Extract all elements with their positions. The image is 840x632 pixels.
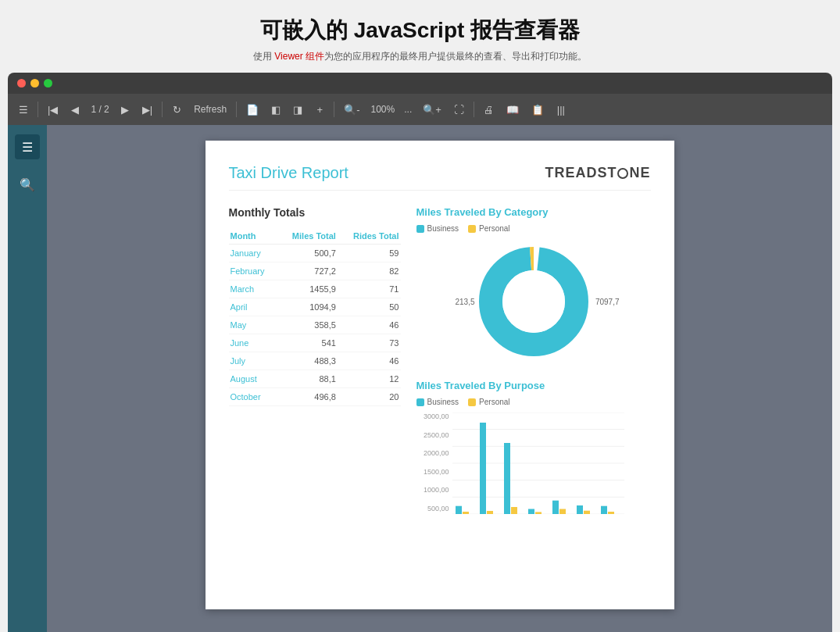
- sidebar-menu-icon[interactable]: ☰: [15, 134, 40, 159]
- table-cell-miles: 358,5: [277, 316, 337, 334]
- donut-chart-svg: [471, 239, 596, 364]
- y-label-2500: 2500,00: [416, 431, 449, 439]
- table-row: October496,820: [229, 388, 401, 406]
- bar-1-business: [456, 506, 462, 514]
- donut-label-small: 213,5: [456, 298, 475, 306]
- donut-legend-personal: Personal: [468, 224, 509, 233]
- export-button[interactable]: 📄: [241, 98, 263, 120]
- bar-7-personal: [608, 512, 614, 514]
- bar-legend-personal-label: Personal: [479, 398, 509, 406]
- bar-7-business: [601, 506, 607, 514]
- table-header-row: Month Miles Total Rides Total: [229, 228, 401, 245]
- zoom-level: 100%: [368, 104, 399, 115]
- bar-chart-section: Miles Traveled By Purpose Business Perso…: [416, 380, 651, 514]
- columns-button[interactable]: |||: [552, 98, 570, 120]
- y-label-500: 500,00: [416, 505, 449, 512]
- table-cell-miles: 488,3: [277, 352, 337, 370]
- table-row: February727,282: [229, 262, 401, 280]
- bar-chart-title: Miles Traveled By Purpose: [416, 380, 651, 391]
- sidebar-search-icon[interactable]: 🔍: [15, 172, 40, 197]
- table-cell-rides: 20: [338, 388, 401, 406]
- table-cell-rides: 71: [338, 280, 401, 298]
- table-cell-month[interactable]: June: [229, 334, 277, 352]
- last-page-button[interactable]: ▶|: [138, 98, 157, 120]
- donut-chart-title: Miles Traveled By Category: [416, 206, 651, 218]
- zoom-in-button[interactable]: 🔍+: [418, 98, 446, 120]
- table-row: August88,112: [229, 370, 401, 388]
- zoom-out-button[interactable]: 🔍-: [339, 98, 364, 120]
- page-info: 1 / 2: [88, 104, 112, 115]
- print-button[interactable]: 🖨: [479, 98, 499, 120]
- bar-legend-business: Business: [416, 398, 459, 406]
- table-cell-month[interactable]: August: [229, 370, 277, 388]
- table-cell-rides: 82: [338, 262, 401, 280]
- bar-5-personal: [559, 509, 566, 515]
- first-page-button[interactable]: |◀: [43, 98, 63, 120]
- toolbar-separator-4: [334, 102, 334, 117]
- table-cell-miles: 1455,9: [277, 280, 337, 298]
- toolbar-separator-1: [38, 102, 38, 117]
- bar-chart-container: 3000,00 2500,00 2000,00 1500,00 1000,00 …: [416, 412, 651, 514]
- next-page-button[interactable]: ▶: [116, 98, 134, 120]
- browser-chrome: ☰ |◀ ◀ 1 / 2 ▶ ▶| ↻ Refresh 📄 ◧ ◨ + 🔍- 1…: [8, 73, 832, 632]
- table-cell-month[interactable]: July: [229, 352, 277, 370]
- document-content: Taxi Drive Report TREADSTNE Monthly Tota…: [47, 125, 832, 632]
- traffic-light-green[interactable]: [44, 79, 52, 87]
- viewer-wrapper: ☰ 🔍 Taxi Drive Report TREADSTNE: [8, 125, 832, 632]
- y-label-1500: 1500,00: [416, 468, 449, 476]
- col-miles: Miles Total: [277, 228, 337, 245]
- add-button[interactable]: +: [310, 98, 329, 120]
- browser-titlebar: [8, 73, 832, 94]
- left-column: Monthly Totals Month Miles Total Rides T…: [229, 206, 401, 530]
- view-left-button[interactable]: ◧: [266, 98, 285, 120]
- bar-chart-legend: Business Personal: [416, 398, 651, 406]
- toolbar: ☰ |◀ ◀ 1 / 2 ▶ ▶| ↻ Refresh 📄 ◧ ◨ + 🔍- 1…: [8, 94, 832, 125]
- table-row: July488,346: [229, 352, 401, 370]
- traffic-light-red[interactable]: [17, 79, 26, 87]
- bar-4-personal: [535, 512, 542, 514]
- y-label-2000: 2000,00: [416, 449, 449, 457]
- table-cell-month[interactable]: February: [229, 262, 277, 280]
- table-cell-month[interactable]: March: [229, 280, 277, 298]
- donut-label-large: 7097,7: [595, 298, 620, 306]
- page-wrapper: 可嵌入的 JavaScript 报告查看器 使用 Viewer 组件为您的应用程…: [0, 0, 840, 632]
- y-label-3000: 3000,00: [416, 412, 449, 420]
- brand-o-icon: [617, 168, 628, 179]
- report-page: Taxi Drive Report TREADSTNE Monthly Tota…: [206, 141, 674, 609]
- table-cell-miles: 500,7: [277, 245, 337, 262]
- bar-3-personal: [511, 507, 517, 514]
- bar-2-business: [480, 423, 486, 514]
- menu-button[interactable]: ☰: [14, 98, 33, 120]
- donut-legend-personal-label: Personal: [479, 224, 509, 233]
- toolbar-separator-5: [474, 102, 474, 117]
- bar-5-business: [552, 501, 559, 514]
- donut-legend-business-label: Business: [427, 224, 459, 233]
- table-cell-month[interactable]: October: [229, 388, 277, 406]
- bar-legend-personal-dot: [468, 398, 476, 406]
- table-cell-miles: 541: [277, 334, 337, 352]
- toolbar-separator-2: [162, 102, 163, 117]
- table-cell-month[interactable]: January: [229, 245, 277, 262]
- table-cell-rides: 46: [338, 316, 401, 334]
- table-cell-month[interactable]: May: [229, 316, 277, 334]
- report-brand: TREADSTNE: [545, 165, 650, 181]
- table-cell-miles: 496,8: [277, 388, 337, 406]
- table-cell-miles: 727,2: [277, 262, 337, 280]
- donut-legend-business-dot: [416, 225, 424, 233]
- prev-page-button[interactable]: ◀: [66, 98, 84, 120]
- fullscreen-button[interactable]: ⛶: [449, 98, 469, 120]
- donut-legend-personal-dot: [468, 225, 476, 233]
- donut-chart-legend: Business Personal: [416, 224, 651, 233]
- y-axis-labels: 3000,00 2500,00 2000,00 1500,00 1000,00 …: [416, 412, 449, 514]
- page-subtitle: 使用 Viewer 组件为您的应用程序的最终用户提供最终的查看、导出和打印功能。: [0, 50, 840, 63]
- bar-legend-business-dot: [416, 398, 424, 406]
- traffic-light-yellow[interactable]: [30, 79, 39, 87]
- table-cell-month[interactable]: April: [229, 298, 277, 316]
- view-right-button[interactable]: ◨: [288, 98, 307, 120]
- book-view-button[interactable]: 📖: [502, 98, 524, 120]
- layout-button[interactable]: 📋: [527, 98, 549, 120]
- col-rides: Rides Total: [338, 228, 401, 245]
- monthly-totals-title: Monthly Totals: [229, 206, 401, 219]
- refresh-button[interactable]: ↻: [167, 98, 186, 120]
- bar-6-personal: [584, 511, 590, 514]
